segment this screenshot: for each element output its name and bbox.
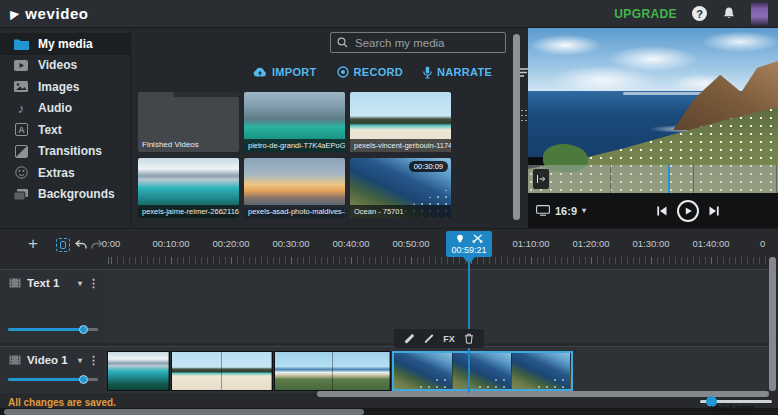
sidebar-item-audio[interactable]: ♪ Audio	[0, 98, 130, 120]
media-item-folder[interactable]: Finished Videos	[138, 92, 239, 152]
smiley-icon	[13, 166, 29, 179]
search-icon	[337, 37, 348, 48]
ruler-ticks	[105, 257, 768, 264]
background-icon	[13, 189, 29, 200]
video-track-lane[interactable]	[105, 346, 769, 393]
sidebar-item-text[interactable]: A Text	[0, 119, 130, 141]
media-item[interactable]: pexels-vincent-gerbouin-11747...	[350, 92, 451, 152]
track-menu-icon[interactable]: ⋮	[88, 278, 99, 289]
media-item-name: pexels-asad-photo-maldives-31...	[244, 205, 345, 218]
ruler-label: 00:10:00	[153, 238, 190, 249]
timeline: + 0:00 00:10:00 00:20:00 00:30:00 00:40:…	[0, 228, 778, 415]
search-input[interactable]	[353, 36, 499, 50]
next-button[interactable]	[708, 205, 720, 217]
avatar[interactable]	[751, 2, 768, 25]
media-item-name: pexels-jaime-reimer-2662116	[138, 205, 239, 218]
media-item-name: pietro-de-grandi-T7K4aEPoGGk...	[244, 139, 345, 152]
image-icon	[13, 81, 29, 92]
svg-text:A: A	[18, 125, 25, 135]
aspect-ratio-selector[interactable]: 16:9 ▾	[536, 205, 586, 217]
draw-pen-icon[interactable]	[419, 329, 439, 348]
chevron-down-icon[interactable]: ▾	[78, 279, 82, 288]
media-item[interactable]: pietro-de-grandi-T7K4aEPoGGk...	[244, 92, 345, 152]
media-sidebar: My media Videos Images ♪ Audio A Text	[0, 28, 130, 228]
playhead-marker[interactable]: 00:59:21	[446, 231, 492, 257]
preview-scrubber[interactable]	[528, 165, 778, 193]
sidebar-item-extras[interactable]: Extras	[0, 162, 130, 184]
track-label: Text 1	[27, 277, 59, 289]
ruler-label: 01:40:00	[693, 238, 730, 249]
track-video-1: Video 1 ▾ ⋮	[0, 346, 778, 393]
duration-badge: 00:30:09	[409, 161, 448, 172]
sidebar-item-label: Videos	[38, 58, 77, 72]
help-icon[interactable]: ?	[692, 6, 707, 21]
window-scrollbar-thumb[interactable]	[4, 409, 364, 415]
top-bar: ▶ wevideo UPGRADE ?	[0, 0, 778, 28]
ruler-label: 01:10:00	[513, 238, 550, 249]
record-button[interactable]: RECORD	[337, 66, 403, 78]
wevideo-editor: ▶ wevideo UPGRADE ? My media Videos	[0, 0, 778, 415]
video-track-volume-slider[interactable]	[8, 375, 98, 384]
ruler-label: 0	[760, 238, 765, 249]
timeline-clip[interactable]	[274, 351, 391, 391]
delete-trash-icon[interactable]	[459, 329, 479, 348]
timeline-clip[interactable]	[107, 351, 170, 391]
track-text-1: Text 1 ▾ ⋮	[0, 269, 778, 343]
narrate-button[interactable]: NARRATE	[423, 66, 492, 79]
sidebar-item-label: Extras	[38, 166, 75, 180]
playhead-line[interactable]	[468, 257, 470, 393]
microphone-icon	[423, 66, 432, 79]
timeline-clip-selected[interactable]	[392, 351, 573, 391]
wevideo-logo-icon: ▶	[10, 7, 20, 21]
notifications-bell-icon[interactable]	[722, 6, 736, 21]
preview-player[interactable]	[528, 28, 778, 193]
media-item[interactable]: pexels-jaime-reimer-2662116	[138, 158, 239, 218]
sidebar-item-my-media[interactable]: My media	[0, 33, 130, 55]
timeline-clip[interactable]	[171, 351, 273, 391]
sidebar-item-transitions[interactable]: Transitions	[0, 141, 130, 163]
text-icon: A	[13, 123, 29, 136]
chevron-down-icon[interactable]: ▾	[78, 356, 82, 365]
ruler-label: 00:20:00	[213, 238, 250, 249]
timeline-vertical-scrollbar[interactable]	[769, 257, 776, 391]
media-grid: Finished Videos pietro-de-grandi-T7K4aEP…	[138, 92, 451, 218]
ruler-label: 00:40:00	[333, 238, 370, 249]
upgrade-link[interactable]: UPGRADE	[614, 7, 677, 21]
play-button[interactable]	[677, 200, 699, 222]
import-button[interactable]: IMPORT	[253, 66, 317, 78]
film-strip-icon	[9, 277, 21, 289]
sidebar-item-label: Text	[38, 123, 62, 137]
edit-pencil-icon[interactable]	[399, 329, 419, 348]
track-menu-icon[interactable]: ⋮	[88, 355, 99, 366]
text-track-opacity-slider[interactable]	[8, 325, 98, 334]
media-item[interactable]: pexels-asad-photo-maldives-31...	[244, 158, 345, 218]
search-box	[330, 32, 506, 53]
film-strip-icon	[9, 354, 21, 366]
wevideo-logo-text: wevideo	[25, 5, 88, 22]
topbar-actions: UPGRADE ?	[614, 2, 768, 25]
timeline-ruler[interactable]: 0:00 00:10:00 00:20:00 00:30:00 00:40:00…	[0, 233, 768, 257]
previous-button[interactable]	[656, 205, 668, 217]
sidebar-item-images[interactable]: Images	[0, 76, 130, 98]
cloud-upload-icon	[253, 67, 267, 77]
wevideo-logo[interactable]: ▶ wevideo	[10, 5, 89, 22]
track-label: Video 1	[27, 354, 68, 366]
detach-preview-icon[interactable]	[533, 169, 549, 189]
sidebar-item-label: Backgrounds	[38, 187, 115, 201]
sidebar-item-backgrounds[interactable]: Backgrounds	[0, 184, 130, 206]
video-icon	[13, 60, 29, 71]
text-track-header: Text 1 ▾ ⋮	[0, 269, 105, 343]
scrubber-playhead[interactable]	[668, 165, 670, 193]
sidebar-item-videos[interactable]: Videos	[0, 55, 130, 77]
playhead-marker-tail	[463, 257, 475, 270]
video-track-header: Video 1 ▾ ⋮	[0, 346, 105, 393]
media-panel-scrollbar[interactable]	[513, 34, 520, 220]
media-item-name: Ocean - 75701	[350, 205, 451, 218]
media-panel: IMPORT RECORD NARRATE	[130, 28, 528, 228]
timeline-horizontal-scrollbar[interactable]	[317, 391, 769, 397]
panel-resize-handle[interactable]	[520, 108, 528, 123]
media-item-video[interactable]: 00:30:09 Ocean - 75701	[350, 158, 451, 218]
effects-button[interactable]: FX	[439, 329, 459, 348]
preview-panel: 16:9 ▾	[528, 28, 778, 228]
scissors-icon	[472, 234, 483, 243]
